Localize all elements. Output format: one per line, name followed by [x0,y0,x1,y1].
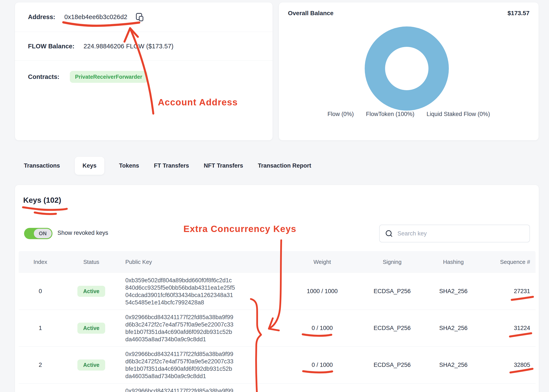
key-hashing: SHA2_256 [428,288,478,295]
col-public-key: Public Key [121,259,289,265]
col-signing: Signing [356,259,428,265]
contract-badge[interactable]: PrivateReceiverForwarder [70,71,147,83]
key-sequence: 27231 [478,288,535,295]
overall-balance-title: Overall Balance [288,10,334,17]
keys-panel: Keys (102) ON Show revoked keys Index St… [15,185,539,392]
search-key-box [379,225,530,242]
key-row-0: 0 Active 0xb359e502df804a89bdd660f0f8f6c… [19,273,535,310]
show-revoked-label: Show revoked keys [57,230,108,236]
toggle-knob: ON [34,229,52,238]
key-hashing: SHA2_256 [428,325,478,331]
address-row: Address: 0x18eb4ee6b3c026d2 [15,2,272,32]
status-badge: Active [77,323,105,334]
account-tabs: Transactions Keys Tokens FT Transfers NF… [24,156,311,176]
show-revoked-toggle[interactable]: ON [24,228,52,239]
public-key: 0x92966bcd843241177f22fd85a38ba9f99 d6b3… [121,350,289,380]
col-weight: Weight [289,259,356,265]
key-hashing: SHA2_256 [428,362,478,368]
overall-balance-card: Overall Balance $173.57 Flow (0%) FlowTo… [279,2,539,140]
keys-title: Keys (102) [23,196,61,204]
col-hashing: Hashing [428,259,478,265]
balance-donut-chart [363,25,450,112]
key-sequence: 31224 [478,325,535,331]
key-index: 0 [19,288,62,295]
tab-nft-transfers[interactable]: NFT Transfers [204,162,243,169]
donut-legend: Flow (0%) FlowToken (100%) Liquid Staked… [279,111,539,118]
account-summary-card: Address: 0x18eb4ee6b3c026d2 FLOW Balance… [15,2,273,140]
status-badge: Active [77,359,105,371]
tab-transactions[interactable]: Transactions [24,162,60,169]
search-icon [385,229,393,238]
flow-balance-label: FLOW Balance: [28,43,74,50]
legend-liquid-staked: Liquid Staked Flow (0%) [426,111,490,118]
key-index: 1 [19,325,62,331]
public-key: 0xb359e502df804a89bdd660f0f8f6c2d1c 840d… [121,277,289,306]
col-status: Status [62,259,121,265]
address-label: Address: [28,14,55,21]
tab-transaction-report[interactable]: Transaction Report [258,162,311,169]
key-row-1: 1 Active 0x92966bcd843241177f22fd85a38ba… [19,310,535,347]
tab-tokens[interactable]: Tokens [119,162,139,169]
key-row-2: 2 Active 0x92966bcd843241177f22fd85a38ba… [19,347,535,384]
search-key-input[interactable] [397,230,524,237]
address-value: 0x18eb4ee6b3c026d2 [64,14,127,21]
contracts-label: Contracts: [28,73,59,80]
contracts-row: Contracts: PrivateReceiverForwarder [15,61,272,93]
key-weight: 0 / 1000 [289,362,356,368]
legend-flowtoken: FlowToken (100%) [366,111,415,118]
keys-table-header: Index Status Public Key Weight Signing H… [19,251,535,273]
legend-flow: Flow (0%) [327,111,354,118]
key-weight: 0 / 1000 [289,325,356,331]
key-weight: 1000 / 1000 [289,288,356,295]
col-index: Index [19,259,62,265]
public-key: 0x92966bcd843241177f22fd85a38ba9f99 d6b3… [121,387,289,392]
flow-balance-value: 224.98846206 FLOW ($173.57) [83,43,174,50]
public-key: 0x92966bcd843241177f22fd85a38ba9f99 d6b3… [121,314,289,343]
key-index: 2 [19,362,62,368]
key-signing: ECDSA_P256 [356,325,428,331]
copy-icon[interactable] [135,12,145,22]
key-row-3: 3 Active 0x92966bcd843241177f22fd85a38ba… [19,384,535,392]
tab-ft-transfers[interactable]: FT Transfers [154,162,189,169]
key-signing: ECDSA_P256 [356,288,428,295]
col-sequence: Sequence # [478,259,535,265]
flow-balance-row: FLOW Balance: 224.98846206 FLOW ($173.57… [15,32,272,61]
key-signing: ECDSA_P256 [356,362,428,368]
tab-keys[interactable]: Keys [75,157,104,175]
key-sequence: 32805 [478,362,535,368]
status-badge: Active [77,286,105,297]
overall-balance-amount: $173.57 [507,10,529,17]
keys-table: Index Status Public Key Weight Signing H… [19,251,535,392]
